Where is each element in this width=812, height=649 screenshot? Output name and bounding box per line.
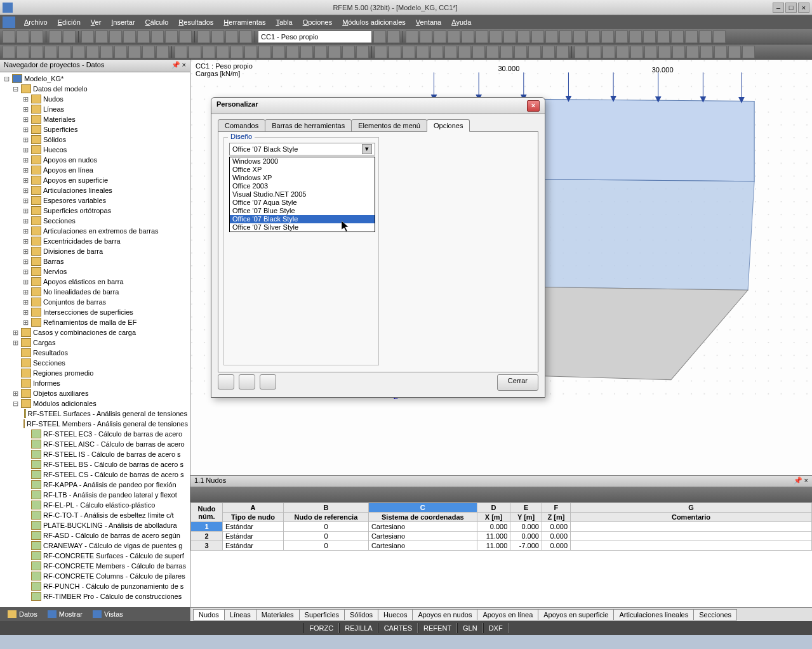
theme-option[interactable]: Office XP bbox=[230, 166, 375, 174]
tree-item[interactable]: ⊞Huecos bbox=[1, 145, 189, 155]
tool-icon[interactable] bbox=[211, 30, 224, 43]
tree-item[interactable]: Regiones promedio bbox=[1, 368, 189, 378]
tool-icon[interactable] bbox=[286, 46, 299, 58]
tree-item[interactable]: ⊞Cargas bbox=[1, 338, 189, 348]
theme-option[interactable]: Windows XP bbox=[230, 174, 375, 182]
menu-resultados[interactable]: Resultados bbox=[173, 17, 218, 27]
tree-item[interactable]: RF-C-TO-T - Análisis de esbeltez límite … bbox=[1, 510, 189, 520]
tool-icon[interactable] bbox=[629, 30, 642, 43]
tree-item[interactable]: RF-CONCRETE Surfaces - Cálculo de superf bbox=[1, 551, 189, 561]
tree-item[interactable]: ⊞Líneas bbox=[1, 104, 189, 114]
menu-ayuda[interactable]: Ayuda bbox=[446, 17, 476, 27]
tool-icon[interactable] bbox=[700, 46, 713, 58]
tool-icon[interactable] bbox=[189, 46, 201, 58]
dialog-export-button[interactable] bbox=[260, 374, 276, 390]
tool-icon[interactable] bbox=[86, 46, 99, 58]
tree-item[interactable]: RF-EL-PL - Cálculo elástico-plástico bbox=[1, 500, 189, 510]
tool-icon[interactable] bbox=[123, 30, 136, 43]
tree-item[interactable]: ⊞Excentricidades de barra bbox=[1, 236, 189, 246]
tool-icon[interactable] bbox=[434, 30, 446, 43]
tree-item[interactable]: RF-STEEL IS - Cálculo de barras de acero… bbox=[1, 449, 189, 459]
tree-item[interactable]: ⊞Superficies bbox=[1, 124, 189, 134]
tree-item[interactable]: RF-LTB - Análisis de pandeo lateral y fl… bbox=[1, 490, 189, 500]
menu-archivo[interactable]: Archivo bbox=[19, 17, 53, 27]
table-tab[interactable]: Sólidos bbox=[344, 609, 378, 620]
tree-item[interactable]: RF-CONCRETE Columns - Cálculo de pilares bbox=[1, 571, 189, 581]
nav-tab-mostrar[interactable]: Mostrar bbox=[43, 609, 88, 619]
tool-icon[interactable] bbox=[444, 46, 457, 58]
tree-item[interactable]: ⊞No linealidades de barra bbox=[1, 287, 189, 297]
tool-icon[interactable] bbox=[602, 46, 615, 58]
navigator-tree[interactable]: ⊟Modelo_KG*⊟Datos del modelo⊞Nudos⊞Línea… bbox=[0, 72, 190, 607]
menu-módulos adicionales[interactable]: Módulos adicionales bbox=[337, 17, 411, 27]
tree-item[interactable]: RF-STEEL Surfaces - Análisis general de … bbox=[1, 409, 189, 419]
tool-icon[interactable] bbox=[128, 46, 141, 58]
tool-icon[interactable] bbox=[472, 46, 485, 58]
tool-icon[interactable] bbox=[559, 30, 572, 43]
tree-item[interactable]: ⊞Casos y combinaciones de carga bbox=[1, 327, 189, 338]
status-rejilla[interactable]: REJILLA bbox=[339, 623, 378, 633]
tool-icon[interactable] bbox=[531, 30, 544, 43]
dialog-tab-1[interactable]: Barras de herramientas bbox=[265, 119, 352, 132]
tool-icon[interactable] bbox=[239, 30, 252, 43]
chevron-down-icon[interactable]: ▾ bbox=[362, 144, 372, 154]
table-tab[interactable]: Apoyos en superficie bbox=[538, 609, 614, 620]
table-tab[interactable]: Articulaciones lineales bbox=[613, 609, 694, 620]
tool-icon[interactable] bbox=[30, 46, 43, 58]
table-tab[interactable]: Huecos bbox=[378, 609, 413, 620]
tool-icon[interactable] bbox=[430, 46, 443, 58]
tool-icon[interactable] bbox=[230, 46, 243, 58]
tool-icon[interactable] bbox=[503, 30, 516, 43]
tool-undo-icon[interactable] bbox=[49, 30, 62, 43]
menu-edición[interactable]: Edición bbox=[53, 17, 86, 27]
tree-item[interactable]: RF-PUNCH - Cálculo de punzonamiento de s bbox=[1, 581, 189, 591]
tool-icon[interactable] bbox=[462, 30, 474, 43]
tool-icon[interactable] bbox=[742, 46, 755, 58]
close-button[interactable]: × bbox=[798, 3, 809, 13]
tree-item[interactable]: CRANEWAY - Cálculo de vigas de puentes g bbox=[1, 541, 189, 551]
tree-item[interactable]: ⊞Refinamientos de malla de EF bbox=[1, 317, 189, 327]
tool-icon[interactable] bbox=[403, 46, 415, 58]
status-cartes[interactable]: CARTES bbox=[378, 623, 418, 633]
tool-icon[interactable] bbox=[486, 46, 499, 58]
tree-item[interactable]: ⊞Articulaciones lineales bbox=[1, 185, 189, 195]
theme-option[interactable]: Office '07 Black Style bbox=[230, 215, 375, 223]
menu-opciones[interactable]: Opciones bbox=[298, 17, 337, 27]
tool-icon[interactable] bbox=[476, 30, 488, 43]
status-refent[interactable]: REFENT bbox=[418, 623, 457, 633]
table-tab[interactable]: Superficies bbox=[299, 609, 345, 620]
status-forzc[interactable]: FORZC bbox=[303, 623, 339, 633]
table-tab[interactable]: Materiales bbox=[256, 609, 300, 620]
tree-item[interactable]: ⊞Secciones bbox=[1, 216, 189, 226]
tree-item[interactable]: ⊞Divisiones de barra bbox=[1, 246, 189, 256]
tree-item[interactable]: RF-KAPPA - Análisis de pandeo por flexió… bbox=[1, 480, 189, 490]
theme-combo[interactable]: Office '07 Black Style ▾ bbox=[229, 143, 375, 155]
tool-icon[interactable] bbox=[100, 46, 113, 58]
nav-tab-vistas[interactable]: Vistas bbox=[88, 609, 128, 619]
tool-icon[interactable] bbox=[72, 46, 85, 58]
tool-icon[interactable] bbox=[389, 46, 401, 58]
tool-icon[interactable] bbox=[615, 30, 628, 43]
tool-new-icon[interactable] bbox=[3, 30, 15, 43]
tool-icon[interactable] bbox=[406, 30, 418, 43]
tool-icon[interactable] bbox=[216, 46, 229, 58]
tool-icon[interactable] bbox=[179, 30, 192, 43]
tool-icon[interactable] bbox=[728, 46, 741, 58]
status-dxf[interactable]: DXF bbox=[483, 623, 509, 633]
tool-icon[interactable] bbox=[643, 30, 656, 43]
tool-icon[interactable] bbox=[165, 30, 178, 43]
tool-icon[interactable] bbox=[713, 30, 726, 43]
dialog-tab-3[interactable]: Opciones bbox=[427, 119, 470, 132]
tree-item[interactable]: ⊟Módulos adicionales bbox=[1, 398, 189, 409]
tool-icon[interactable] bbox=[258, 46, 271, 58]
tree-item[interactable]: Resultados bbox=[1, 348, 189, 358]
tool-icon[interactable] bbox=[244, 46, 257, 58]
tool-icon[interactable] bbox=[95, 30, 108, 43]
tool-icon[interactable] bbox=[375, 46, 387, 58]
tool-icon[interactable] bbox=[109, 30, 122, 43]
nav-tab-datos[interactable]: Datos bbox=[3, 609, 43, 619]
tree-item[interactable]: ⊞Barras bbox=[1, 256, 189, 266]
tool-icon[interactable] bbox=[314, 46, 327, 58]
tree-item[interactable]: ⊞Apoyos en superficie bbox=[1, 175, 189, 185]
tree-item[interactable]: RF-ASD - Cálculo de barras de acero segú… bbox=[1, 530, 189, 541]
